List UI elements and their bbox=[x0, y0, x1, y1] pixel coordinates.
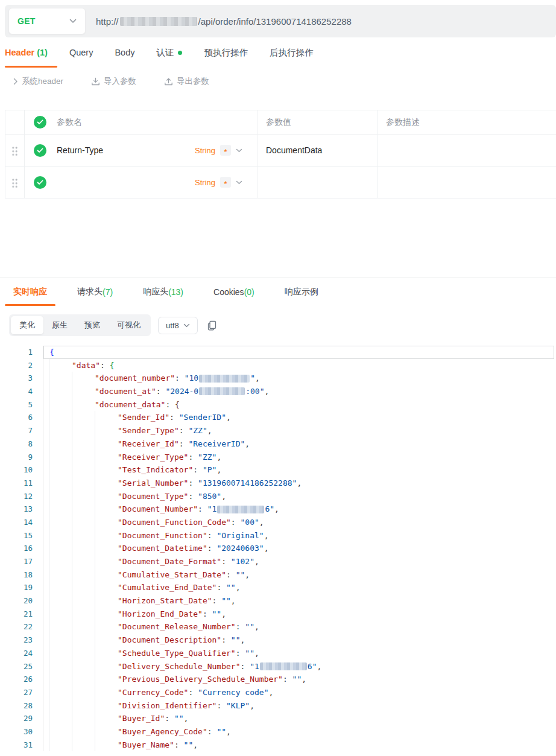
enable-all-checkbox[interactable] bbox=[34, 116, 46, 129]
mode-raw[interactable]: 原生 bbox=[43, 316, 76, 334]
line-number: 26 bbox=[0, 673, 43, 686]
line-number: 4 bbox=[0, 385, 43, 398]
drag-handle[interactable] bbox=[11, 145, 18, 156]
json-string-value: "" bbox=[221, 594, 231, 608]
url-input[interactable]: http:///api/order/info/13196007141862522… bbox=[96, 16, 352, 27]
json-punctuation: : bbox=[179, 424, 189, 437]
redacted-value bbox=[260, 662, 307, 670]
json-string-value: "SenderID" bbox=[179, 411, 226, 424]
mode-beautify[interactable]: 美化 bbox=[11, 316, 43, 334]
param-name-input[interactable]: Return-Type bbox=[57, 145, 103, 155]
json-punctuation: : bbox=[156, 385, 166, 398]
copy-response-button[interactable] bbox=[206, 320, 218, 331]
system-header-toggle[interactable]: 系统header bbox=[13, 76, 63, 87]
code-line-content: "Cumulative_End_Date": "", bbox=[43, 581, 554, 594]
code-line-11: 11"Serial_Number": "1319600714186252288"… bbox=[0, 477, 556, 490]
tab-realtime-response[interactable]: 实时响应 bbox=[5, 278, 55, 306]
indent-guide bbox=[72, 529, 95, 542]
indent-guide bbox=[72, 660, 95, 673]
drag-handle-cell bbox=[5, 167, 25, 198]
json-key: "Document_Function" bbox=[118, 529, 207, 542]
export-params-button[interactable]: 导出参数 bbox=[164, 76, 209, 87]
indent-guide bbox=[72, 555, 95, 568]
indent-guide bbox=[49, 411, 72, 424]
json-punctuation: , bbox=[254, 647, 259, 660]
line-number: 2 bbox=[0, 359, 43, 372]
tab-cookies[interactable]: Cookies(0) bbox=[205, 278, 263, 306]
json-key: "Document_Datetime" bbox=[118, 542, 207, 555]
tab-body[interactable]: Body bbox=[115, 37, 134, 68]
indent-guide bbox=[49, 699, 72, 713]
tab-count-badge: (13) bbox=[168, 287, 183, 297]
param-desc-input[interactable] bbox=[377, 167, 556, 198]
tab-post-exec[interactable]: 后执行操作 bbox=[270, 37, 314, 68]
json-punctuation: : bbox=[207, 725, 217, 739]
tab-query[interactable]: Query bbox=[69, 37, 93, 68]
json-key: "Sender_Type" bbox=[118, 424, 179, 437]
param-value-input[interactable]: DocumentData bbox=[257, 135, 377, 166]
enable-param-checkbox[interactable] bbox=[34, 176, 46, 189]
json-string-value: "850" bbox=[198, 490, 221, 503]
indent-guide bbox=[95, 477, 118, 490]
param-value-input[interactable] bbox=[257, 167, 377, 198]
tab-label: Query bbox=[69, 48, 93, 57]
param-desc-input[interactable] bbox=[377, 135, 556, 166]
json-key: "Receiver_Id" bbox=[118, 437, 179, 451]
indent-guide bbox=[49, 477, 72, 490]
line-number: 30 bbox=[0, 725, 43, 739]
json-punctuation: , bbox=[245, 568, 250, 582]
indent-guide bbox=[95, 634, 118, 647]
json-string-value: "00" bbox=[241, 516, 259, 529]
mode-preview[interactable]: 预览 bbox=[76, 316, 109, 334]
json-key: "Buyer_Name" bbox=[118, 739, 174, 752]
status-dot bbox=[178, 51, 182, 55]
tab-request-headers[interactable]: 请求头(7) bbox=[69, 278, 121, 306]
code-line-18: 18"Cumulative_Start_Date": "", bbox=[0, 568, 556, 582]
tab-auth[interactable]: 认证 bbox=[156, 37, 182, 68]
json-key: "document_at" bbox=[95, 385, 156, 398]
code-line-31: 31"Buyer_Name": "", bbox=[0, 739, 556, 752]
json-key: "Currency_Code" bbox=[118, 686, 188, 699]
json-string-value: "1 bbox=[250, 660, 259, 673]
json-string-value: "ReceiverID" bbox=[188, 437, 245, 451]
param-type-dropdown[interactable]: String* bbox=[195, 145, 242, 156]
method-label: GET bbox=[17, 16, 36, 26]
indent-guide bbox=[95, 437, 118, 451]
indent-guide bbox=[49, 608, 72, 621]
json-string-value: 6" bbox=[308, 660, 317, 673]
code-line-21: 21"Horizon_End_Date": "", bbox=[0, 608, 556, 621]
params-toolbar: 系统header 导入参数 导出参数 bbox=[0, 68, 556, 95]
code-line-content: "Sender_Id": "SenderID", bbox=[43, 411, 554, 424]
json-punctuation: : bbox=[188, 477, 198, 490]
json-string-value: "102" bbox=[231, 555, 254, 568]
json-punctuation: : bbox=[212, 594, 222, 608]
json-punctuation: , bbox=[274, 503, 279, 516]
tab-pre-exec[interactable]: 预执行操作 bbox=[204, 37, 248, 68]
tab-response-example[interactable]: 响应示例 bbox=[276, 278, 327, 306]
json-punctuation: : bbox=[207, 542, 217, 555]
import-params-button[interactable]: 导入参数 bbox=[91, 76, 136, 87]
indent-guide bbox=[95, 451, 118, 464]
indent-guide bbox=[95, 490, 118, 503]
code-line-content: "Division_Identifier": "KLP", bbox=[43, 699, 554, 713]
redacted-value bbox=[217, 506, 264, 513]
indent-guide bbox=[95, 647, 118, 660]
json-punctuation: : bbox=[226, 568, 236, 582]
encoding-dropdown[interactable]: utf8 bbox=[158, 317, 198, 334]
mode-visualize[interactable]: 可视化 bbox=[109, 316, 149, 334]
indent-guide bbox=[95, 568, 118, 582]
response-body-editor[interactable]: 1{2"data": {3"document_number": "10",4"d… bbox=[0, 346, 556, 751]
tab-header[interactable]: Header(1) bbox=[5, 37, 48, 68]
json-key: "Serial_Number" bbox=[118, 477, 188, 490]
enable-param-checkbox[interactable] bbox=[34, 144, 46, 157]
line-number: 28 bbox=[0, 699, 43, 713]
method-dropdown[interactable]: GET bbox=[8, 8, 86, 34]
json-key: "document_data" bbox=[95, 398, 165, 411]
param-type-dropdown[interactable]: String* bbox=[195, 177, 242, 188]
code-line-content: "Document_Datetime": "20240603", bbox=[43, 542, 554, 555]
json-key: "Previous_Delivery_Schedule_Number" bbox=[118, 673, 283, 686]
code-line-1: 1{ bbox=[0, 346, 556, 359]
tab-response-headers[interactable]: 响应头(13) bbox=[134, 278, 192, 306]
drag-handle[interactable] bbox=[11, 177, 18, 188]
indent-guide bbox=[72, 568, 95, 582]
